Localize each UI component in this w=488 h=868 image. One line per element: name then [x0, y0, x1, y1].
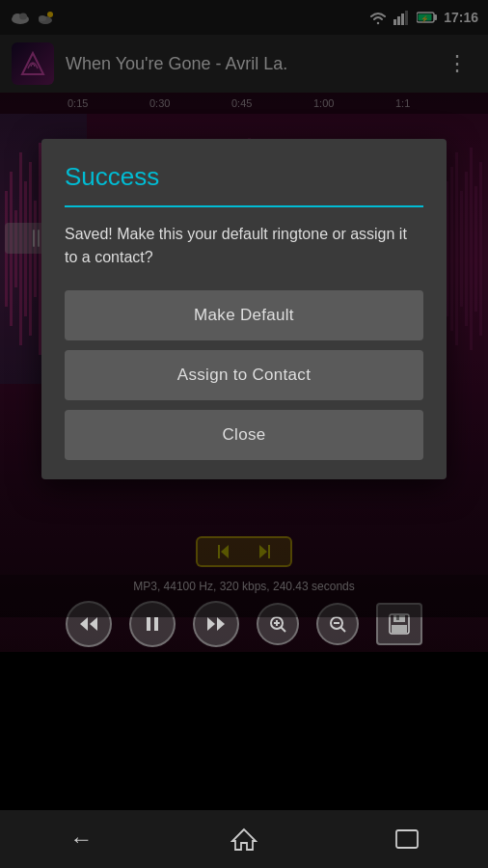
navigation-bar: ←	[0, 810, 488, 868]
home-button[interactable]	[215, 820, 273, 858]
svg-marker-120	[90, 617, 97, 631]
assign-to-contact-button[interactable]: Assign to Contact	[65, 350, 423, 400]
svg-marker-124	[217, 617, 225, 631]
zoom-in-icon	[268, 614, 287, 634]
dialog-message: Saved! Make this your default ringtone o…	[65, 223, 423, 269]
svg-marker-136	[232, 829, 256, 850]
dialog-overlay: Success Saved! Make this your default ri…	[0, 0, 488, 617]
svg-marker-123	[207, 617, 215, 631]
svg-rect-122	[154, 617, 158, 631]
svg-marker-119	[80, 617, 88, 631]
svg-rect-137	[396, 830, 418, 848]
back-button[interactable]: ←	[52, 820, 110, 858]
svg-line-128	[281, 627, 285, 632]
svg-rect-121	[147, 617, 150, 631]
home-icon	[230, 826, 258, 853]
back-icon: ←	[69, 826, 93, 853]
close-button[interactable]: Close	[65, 410, 423, 460]
make-default-button[interactable]: Make Default	[65, 290, 423, 340]
zoom-out-icon	[328, 614, 347, 634]
svg-rect-134	[392, 625, 407, 633]
recents-button[interactable]	[378, 820, 436, 858]
success-dialog: Success Saved! Make this your default ri…	[41, 139, 447, 479]
dialog-title: Success	[65, 162, 423, 207]
recents-icon	[394, 828, 420, 850]
svg-line-131	[340, 627, 345, 632]
